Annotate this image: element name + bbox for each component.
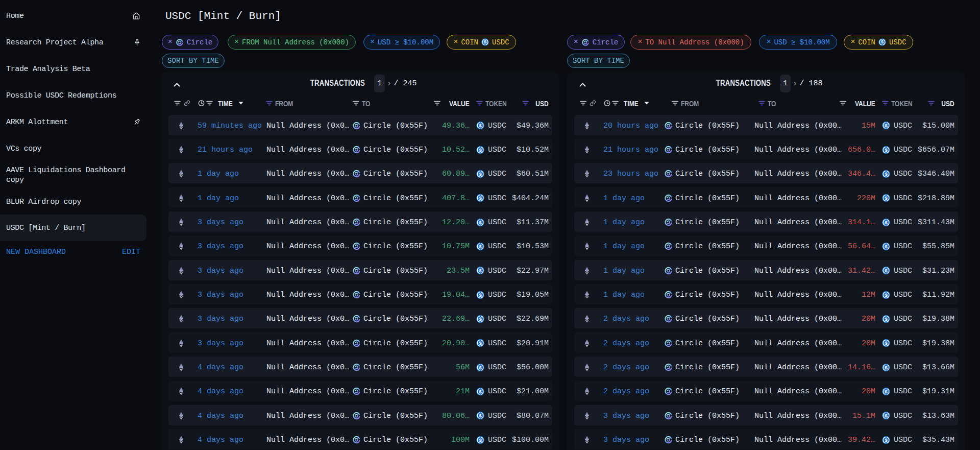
svg-text:$: $ — [885, 196, 887, 201]
svg-text:$: $ — [479, 389, 481, 394]
svg-text:$: $ — [885, 437, 887, 442]
svg-text:$: $ — [479, 171, 481, 176]
svg-text:$: $ — [885, 317, 887, 322]
svg-text:$: $ — [885, 123, 887, 128]
svg-text:$: $ — [479, 220, 481, 225]
svg-text:$: $ — [885, 292, 887, 297]
svg-text:$: $ — [881, 39, 884, 44]
svg-text:$: $ — [479, 437, 481, 442]
svg-text:$: $ — [479, 365, 481, 370]
svg-text:$: $ — [885, 341, 887, 346]
svg-text:$: $ — [479, 123, 481, 128]
svg-text:$: $ — [479, 413, 481, 418]
svg-text:$: $ — [479, 196, 481, 201]
svg-text:$: $ — [885, 147, 887, 152]
svg-text:$: $ — [885, 171, 887, 176]
svg-text:$: $ — [479, 268, 481, 273]
svg-text:$: $ — [479, 244, 481, 249]
svg-text:$: $ — [885, 244, 887, 249]
svg-text:$: $ — [479, 147, 481, 152]
svg-text:$: $ — [885, 389, 887, 394]
svg-text:$: $ — [484, 39, 486, 44]
svg-text:$: $ — [479, 292, 481, 297]
svg-text:$: $ — [885, 413, 887, 418]
svg-text:$: $ — [885, 365, 887, 370]
svg-text:$: $ — [885, 220, 887, 225]
svg-text:$: $ — [885, 268, 887, 273]
svg-text:$: $ — [479, 341, 481, 346]
svg-text:$: $ — [479, 317, 481, 322]
